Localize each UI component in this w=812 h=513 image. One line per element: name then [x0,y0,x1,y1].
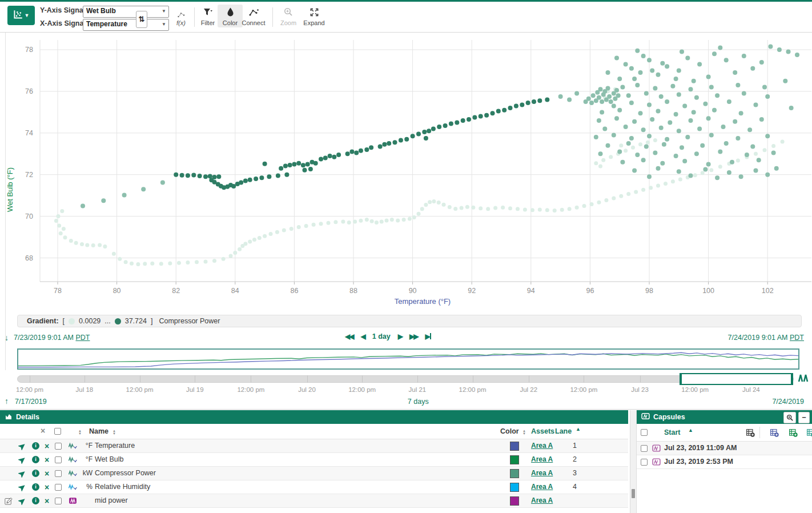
step-to-end-button[interactable]: ▶ [425,332,431,340]
timeline-tick-label: Jul 24 [742,386,760,393]
chevron-down-icon: ▼ [162,9,166,14]
timezone-link[interactable]: PDT [75,334,90,342]
brush-left-handle[interactable] [680,373,682,385]
send-icon[interactable] [18,470,26,479]
panel-splitter[interactable] [630,410,637,513]
display-range-brush[interactable] [680,373,793,385]
step-forward-button[interactable]: ▶ [398,332,402,340]
asset-link[interactable]: Area A [531,442,553,450]
row-checkbox[interactable] [55,498,62,504]
info-icon[interactable]: i [32,456,39,463]
color-swatch[interactable] [510,483,519,492]
send-icon[interactable] [18,456,26,466]
toolbar: ▼ Y-Axis Signal: Wet Bulb ▼ X-Axis Signa… [0,2,812,33]
timeline-tick-label: Jul 22 [520,386,537,393]
column-start[interactable]: Start [664,428,680,436]
capsule-checkbox[interactable] [641,445,648,452]
investigate-duration[interactable]: 7 days [408,398,429,406]
capsules-column-header: Start ▲ [637,424,812,442]
send-icon[interactable] [18,497,26,507]
capsule-time-toggle-button[interactable] [798,373,809,384]
remove-icon[interactable]: × [45,456,49,464]
connect-tool-button[interactable]: Connect [240,6,267,26]
info-icon[interactable]: i [32,470,39,477]
remove-icon[interactable]: × [45,483,49,491]
row-checkbox[interactable] [55,470,62,477]
step-back-button[interactable]: ◀ [360,332,364,340]
asset-link[interactable]: Area A [531,455,553,463]
sort-color-column[interactable]: ▲▼ [522,428,526,436]
capsule-checkbox[interactable] [641,459,648,466]
info-icon[interactable]: i [32,442,39,450]
seeq-scatterplot-view: ▼ Y-Axis Signal: Wet Bulb ▼ X-Axis Signa… [0,0,812,513]
sort-icon-column[interactable]: ▲▼ [78,428,82,436]
color-tool-button[interactable]: Color [218,5,243,27]
color-swatch[interactable] [510,442,519,451]
color-swatch[interactable] [510,496,519,506]
sort-name-column[interactable]: ▲▼ [112,428,116,436]
add-column-button[interactable] [746,428,755,439]
start-sort-asc-icon[interactable]: ▲ [688,427,693,433]
row-checkbox[interactable] [55,443,62,450]
splitter-handle[interactable] [632,489,635,498]
edit-icon[interactable] [5,497,13,507]
remove-icon[interactable]: × [45,442,49,450]
svg-text:98: 98 [645,287,653,295]
expand-tool-label: Expand [302,19,327,26]
select-all-checkbox[interactable] [54,428,61,435]
trend-preview[interactable] [17,348,799,370]
brush-right-handle[interactable] [791,373,793,385]
info-icon[interactable]: i [32,497,39,504]
capsules-zoom-button[interactable] [783,412,796,423]
scatter-plot[interactable]: 6870727476787880828486889092949698100102… [0,33,812,312]
row-checkbox[interactable] [55,456,62,463]
remove-icon[interactable]: × [45,470,49,478]
x-axis-signal-select[interactable]: Temperature ▼ [83,19,169,31]
gradient-min-value: 0.0029 [79,317,101,325]
step-size-button[interactable]: 1 day [372,332,391,340]
remove-icon[interactable]: × [45,497,49,505]
asset-link[interactable]: Area A [531,469,553,477]
svg-text:90: 90 [409,287,417,295]
y-axis-signal-select[interactable]: Wet Bulb ▼ [83,6,169,18]
remove-all-icon[interactable]: × [41,426,45,435]
timeline-tick-label: Jul 23 [631,386,649,393]
color-tool-label: Color [220,19,240,26]
scatter-plot-icon [13,10,23,21]
asset-link[interactable]: Area A [531,496,553,504]
send-icon[interactable] [18,483,26,493]
filter-tool-button[interactable]: Filter [198,6,218,26]
timezone-link[interactable]: PDT [790,334,804,342]
asset-link[interactable]: Area A [531,483,553,491]
capsules-icon [641,412,650,422]
display-range-end[interactable]: 7/24/2019 9:01 AM PDT [728,334,804,342]
add-stats-column-green-button[interactable] [789,428,798,439]
connect-points-icon [249,9,259,18]
capsules-select-all-checkbox[interactable] [641,429,648,436]
svg-text:102: 102 [762,287,774,295]
column-name[interactable]: Name [89,427,108,435]
display-range-start[interactable]: 7/23/2019 9:01 AM PDT [14,334,90,342]
timeline-track[interactable] [17,375,794,383]
capsules-collapse-button[interactable]: − [798,412,810,423]
investigate-end-date[interactable]: 7/24/2019 [772,398,804,406]
info-icon[interactable]: i [32,483,39,491]
step-back-much-button[interactable]: ◀◀ [345,332,353,340]
scatter-plot-menu-button[interactable]: ▼ [7,6,35,25]
scatter-chart[interactable]: 6870727476787880828486889092949698100102… [0,33,812,312]
row-checkbox[interactable] [55,484,62,491]
column-assets[interactable]: Assets [531,427,554,435]
send-icon[interactable] [18,442,26,452]
column-lane[interactable]: Lane [555,427,572,435]
add-stats-column-teal-button[interactable] [807,428,812,439]
fx-tool-button[interactable]: f(x) [170,6,192,26]
add-stats-column-blue-button[interactable] [770,428,779,439]
color-swatch[interactable] [510,455,519,464]
investigate-start-date[interactable]: 7/17/2019 [15,398,47,406]
column-color[interactable]: Color [500,427,519,435]
expand-tool-button[interactable]: Expand [302,6,327,26]
step-forward-much-button[interactable]: ▶▶ [409,332,417,340]
lane-sort-asc-icon[interactable]: ▲ [576,426,581,432]
swap-axes-button[interactable]: ⇅ [136,11,147,28]
color-swatch[interactable] [510,469,519,478]
